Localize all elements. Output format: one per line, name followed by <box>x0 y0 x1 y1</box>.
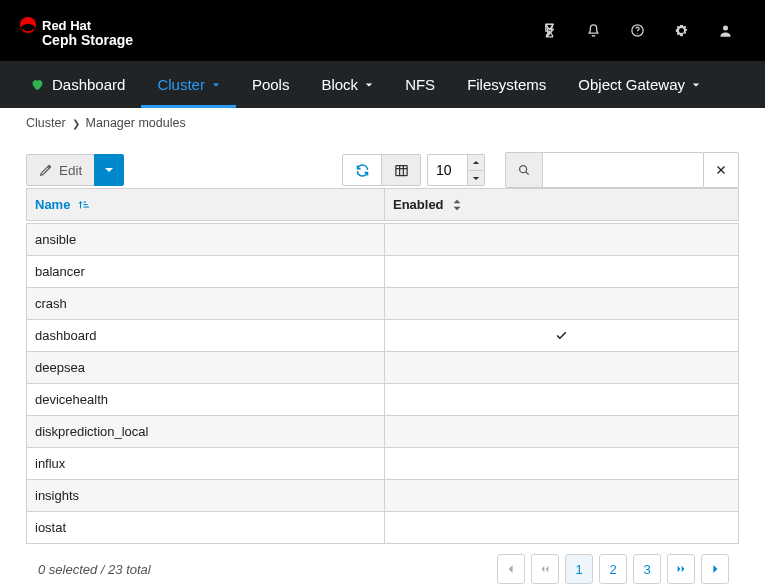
nav-dashboard-label: Dashboard <box>52 76 125 93</box>
cell-enabled <box>385 512 738 543</box>
cell-name: dashboard <box>27 320 385 351</box>
svg-rect-6 <box>395 165 406 175</box>
nav-block[interactable]: Block <box>305 61 389 108</box>
nav-dashboard[interactable]: Dashboard <box>14 61 141 108</box>
nav-cluster-label: Cluster <box>157 76 205 93</box>
health-icon <box>30 77 45 92</box>
cell-enabled <box>385 416 738 447</box>
help-icon[interactable] <box>615 13 659 49</box>
page-first[interactable] <box>531 554 559 584</box>
refresh-icon <box>355 163 370 178</box>
nav-filesystems-label: Filesystems <box>467 76 546 93</box>
page-size-up[interactable] <box>467 154 485 170</box>
cell-name: influx <box>27 448 385 479</box>
table-row[interactable]: deepsea <box>27 351 738 383</box>
check-icon <box>555 329 568 342</box>
page-1[interactable]: 1 <box>565 554 593 584</box>
nav-nfs-label: NFS <box>405 76 435 93</box>
svg-text:Red Hat: Red Hat <box>42 18 92 33</box>
cell-enabled <box>385 384 738 415</box>
cell-enabled <box>385 448 738 479</box>
page-2[interactable]: 2 <box>599 554 627 584</box>
table-row[interactable]: ansible <box>27 223 738 255</box>
table-toolbar: Edit <box>26 152 739 188</box>
search-input[interactable] <box>543 152 703 188</box>
svg-text:Ceph Storage: Ceph Storage <box>42 32 133 48</box>
breadcrumb: Cluster ❯ Manager modules <box>0 108 765 138</box>
cell-name: iostat <box>27 512 385 543</box>
cell-name: devicehealth <box>27 384 385 415</box>
column-header-enabled-label: Enabled <box>393 197 444 212</box>
nav-object-gateway-label: Object Gateway <box>578 76 685 93</box>
pencil-icon <box>39 163 53 177</box>
table-row[interactable]: crash <box>27 287 738 319</box>
tasks-icon[interactable] <box>527 13 571 49</box>
chevron-up-icon <box>472 160 480 165</box>
nav-cluster[interactable]: Cluster <box>141 61 236 108</box>
nav-block-label: Block <box>321 76 358 93</box>
svg-point-5 <box>723 26 728 31</box>
cell-name: insights <box>27 480 385 511</box>
page-last[interactable] <box>667 554 695 584</box>
cell-enabled <box>385 256 738 287</box>
table-row[interactable]: iostat <box>27 511 738 543</box>
search-button[interactable] <box>505 152 543 188</box>
table-row[interactable]: balancer <box>27 255 738 287</box>
user-icon[interactable] <box>703 13 747 49</box>
svg-point-4 <box>637 33 638 34</box>
table-row[interactable]: devicehealth <box>27 383 738 415</box>
columns-icon <box>394 163 409 178</box>
masthead: Red Hat Ceph Storage <box>0 0 765 61</box>
selection-status: 0 selected / 23 total <box>36 562 151 577</box>
table-row[interactable]: influx <box>27 447 738 479</box>
primary-nav: Dashboard Cluster Pools Block NFS Filesy… <box>0 61 765 108</box>
page-next[interactable] <box>701 554 729 584</box>
pagination: 123 <box>497 554 729 584</box>
breadcrumb-leaf: Manager modules <box>86 116 186 130</box>
sort-icon <box>452 199 462 211</box>
nav-nfs[interactable]: NFS <box>389 61 451 108</box>
column-header-name[interactable]: Name <box>27 189 385 220</box>
nav-object-gateway[interactable]: Object Gateway <box>562 61 716 108</box>
close-icon <box>715 164 727 176</box>
table-row[interactable]: dashboard <box>27 319 738 351</box>
cell-enabled <box>385 480 738 511</box>
edit-button-label: Edit <box>59 163 82 178</box>
chevron-right-icon: ❯ <box>72 118 80 129</box>
cell-name: crash <box>27 288 385 319</box>
edit-button[interactable]: Edit <box>26 154 95 186</box>
page-3[interactable]: 3 <box>633 554 661 584</box>
notifications-icon[interactable] <box>571 13 615 49</box>
chevron-down-icon <box>212 81 220 89</box>
nav-pools[interactable]: Pools <box>236 61 306 108</box>
table-body: ansiblebalancercrashdashboarddeepseadevi… <box>26 223 739 544</box>
sort-asc-icon <box>78 199 90 211</box>
table-row[interactable]: diskprediction_local <box>27 415 738 447</box>
page-size-down[interactable] <box>467 170 485 186</box>
nav-filesystems[interactable]: Filesystems <box>451 61 562 108</box>
svg-rect-10 <box>84 206 90 207</box>
cell-name: deepsea <box>27 352 385 383</box>
table-footer: 0 selected / 23 total 123 <box>26 544 739 587</box>
cell-name: ansible <box>27 224 385 255</box>
clear-search-button[interactable] <box>703 152 739 188</box>
page-size-input[interactable] <box>427 154 467 186</box>
chevron-down-icon <box>472 176 480 181</box>
page-prev[interactable] <box>497 554 525 584</box>
edit-dropdown-button[interactable] <box>94 154 124 186</box>
table-row[interactable]: insights <box>27 479 738 511</box>
search-icon <box>517 163 531 177</box>
column-header-enabled[interactable]: Enabled <box>385 189 738 220</box>
cell-enabled <box>385 352 738 383</box>
nav-pools-label: Pools <box>252 76 290 93</box>
settings-icon[interactable] <box>659 13 703 49</box>
refresh-button[interactable] <box>342 154 382 186</box>
brand-logo[interactable]: Red Hat Ceph Storage <box>18 14 136 48</box>
cell-name: balancer <box>27 256 385 287</box>
breadcrumb-root[interactable]: Cluster <box>26 116 66 130</box>
cell-enabled <box>385 288 738 319</box>
cell-enabled <box>385 224 738 255</box>
chevron-down-icon <box>692 81 700 89</box>
columns-button[interactable] <box>381 154 421 186</box>
svg-rect-8 <box>84 201 87 202</box>
